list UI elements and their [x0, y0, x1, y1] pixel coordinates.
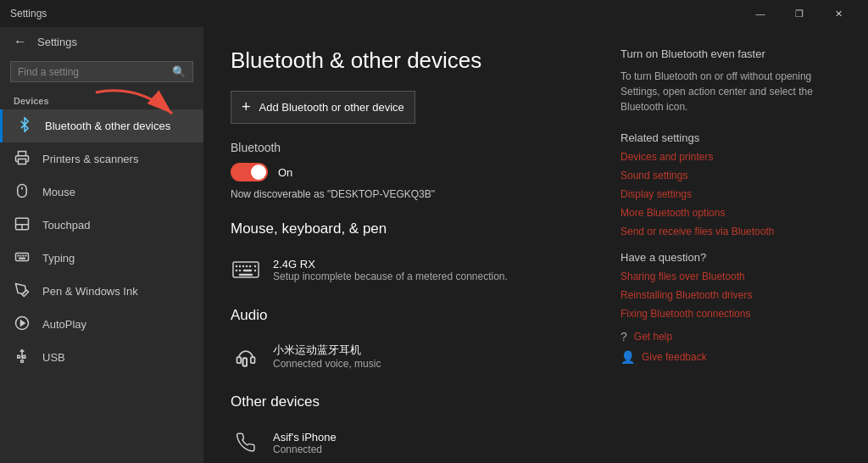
search-box[interactable]: 🔍	[10, 61, 193, 82]
related-link-3[interactable]: More Bluetooth options	[620, 207, 841, 219]
page-title: Bluetooth & other devices	[231, 47, 587, 74]
other-section: Other devices Asif's iPhone Connected	[231, 393, 587, 463]
feedback-icon: 👤	[620, 350, 635, 364]
related-link-4[interactable]: Send or receive files via Bluetooth	[620, 226, 841, 237]
back-button[interactable]: ← Settings	[0, 27, 203, 56]
related-link-1[interactable]: Sound settings	[620, 170, 841, 181]
sidebar-item-autoplay[interactable]: AutoPlay	[0, 308, 203, 341]
add-button-label: Add Bluetooth or other device	[259, 101, 404, 114]
sidebar-item-typing-label: Typing	[42, 252, 75, 265]
audio-device-status: Connected voice, music	[273, 358, 381, 370]
plus-icon: +	[242, 98, 251, 116]
svg-point-15	[21, 360, 24, 363]
question-link-0[interactable]: Sharing files over Bluetooth	[620, 271, 841, 282]
app-body: ← Settings 🔍 Devices Bluetooth & other d…	[0, 27, 868, 463]
sidebar-item-pen-label: Pen & Windows Ink	[42, 285, 138, 298]
svg-rect-29	[243, 358, 248, 365]
bluetooth-section-label: Bluetooth	[231, 141, 587, 154]
titlebar: Settings — ❐ ✕	[0, 0, 868, 27]
autoplay-icon	[14, 315, 31, 333]
sidebar-item-touchpad-label: Touchpad	[42, 219, 90, 232]
other-section-title: Other devices	[231, 393, 587, 410]
toggle-on-label: On	[278, 166, 292, 179]
close-button[interactable]: ✕	[819, 0, 858, 27]
bluetooth-icon	[16, 117, 33, 135]
sidebar-section-label: Devices	[0, 87, 203, 109]
audio-section-title: Audio	[231, 307, 587, 324]
main-content: Bluetooth & other devices + Add Bluetoot…	[203, 27, 868, 463]
svg-marker-14	[21, 321, 25, 326]
give-feedback-label: Give feedback	[642, 351, 707, 363]
bluetooth-toggle-row: On	[231, 163, 587, 181]
restore-button[interactable]: ❐	[780, 0, 819, 27]
get-help-item[interactable]: ? Get help	[620, 330, 841, 343]
mouse-device-status: Setup incomplete because of a metered co…	[273, 271, 508, 282]
headphone-icon	[231, 341, 261, 371]
sidebar-item-usb-label: USB	[42, 351, 65, 364]
mouse-device-info: 2.4G RX Setup incomplete because of a me…	[273, 258, 508, 282]
related-title: Related settings	[620, 131, 841, 144]
mouse-section-title: Mouse, keyboard, & pen	[231, 220, 587, 237]
question-link-1[interactable]: Reinstalling Bluetooth drivers	[620, 289, 841, 301]
other-device-name: Asif's iPhone	[273, 431, 337, 443]
bluetooth-section: Bluetooth On Now discoverable as "DESKTO…	[231, 141, 587, 200]
phone-icon	[231, 427, 261, 458]
minimize-button[interactable]: —	[741, 0, 780, 27]
search-icon: 🔍	[172, 65, 186, 78]
bluetooth-toggle[interactable]	[231, 163, 268, 181]
related-link-0[interactable]: Devices and printers	[620, 151, 841, 163]
related-link-2[interactable]: Display settings	[620, 188, 841, 200]
app-title: Settings	[10, 8, 741, 20]
svg-rect-1	[19, 159, 26, 165]
help-icon: ?	[620, 330, 627, 343]
question-title: Have a question?	[620, 251, 841, 264]
faster-desc: To turn Bluetooth on or off without open…	[620, 69, 841, 114]
sidebar-item-touchpad[interactable]: Touchpad	[0, 209, 203, 242]
sidebar-item-mouse[interactable]: Mouse	[0, 176, 203, 209]
discoverable-text: Now discoverable as "DESKTOP-VEGKQ3B"	[231, 188, 587, 200]
add-device-button[interactable]: + Add Bluetooth or other device	[231, 91, 415, 124]
right-panel: Turn on Bluetooth even faster To turn Bl…	[620, 47, 841, 443]
search-input[interactable]	[18, 66, 167, 78]
mouse-section: Mouse, keyboard, & pen	[231, 220, 587, 290]
sidebar-item-bluetooth-label: Bluetooth & other devices	[45, 120, 170, 132]
mouse-device-item: 2.4G RX Setup incomplete because of a me…	[231, 249, 587, 290]
audio-device-name: 小米运动蓝牙耳机	[273, 343, 381, 358]
sidebar-item-pen[interactable]: Pen & Windows Ink	[0, 275, 203, 308]
sidebar-item-bluetooth[interactable]: Bluetooth & other devices	[0, 109, 203, 142]
content-main: Bluetooth & other devices + Add Bluetoot…	[231, 47, 587, 443]
sidebar: ← Settings 🔍 Devices Bluetooth & other d…	[0, 27, 203, 463]
sidebar-item-autoplay-label: AutoPlay	[42, 318, 86, 331]
sidebar-item-printers[interactable]: Printers & scanners	[0, 142, 203, 176]
touchpad-icon	[14, 216, 31, 234]
audio-device-item: 小米运动蓝牙耳机 Connected voice, music	[231, 336, 587, 377]
window-controls: — ❐ ✕	[741, 0, 858, 27]
typing-icon	[14, 249, 31, 267]
faster-title: Turn on Bluetooth even faster	[620, 47, 841, 60]
question-link-2[interactable]: Fixing Bluetooth connections	[620, 308, 841, 320]
other-device-info: Asif's iPhone Connected	[273, 431, 337, 455]
mouse-icon	[14, 183, 31, 201]
keyboard-icon	[231, 254, 261, 285]
usb-icon	[14, 349, 31, 366]
other-device-item: Asif's iPhone Connected	[231, 422, 587, 463]
pen-icon	[14, 282, 31, 300]
settings-back-label: Settings	[37, 36, 77, 48]
sidebar-item-mouse-label: Mouse	[42, 186, 75, 198]
svg-rect-7	[16, 254, 29, 261]
printer-icon	[14, 150, 31, 168]
other-device-status: Connected	[273, 443, 337, 455]
sidebar-item-printers-label: Printers & scanners	[42, 153, 138, 165]
give-feedback-item[interactable]: 👤 Give feedback	[620, 350, 841, 364]
toggle-knob	[251, 165, 266, 180]
sidebar-item-usb[interactable]: USB	[0, 341, 203, 374]
audio-device-info: 小米运动蓝牙耳机 Connected voice, music	[273, 343, 381, 370]
svg-rect-2	[18, 185, 27, 198]
sidebar-item-typing[interactable]: Typing	[0, 242, 203, 275]
audio-section: Audio 小米运动蓝牙耳机 Connected voice, m	[231, 307, 587, 377]
mouse-device-name: 2.4G RX	[273, 258, 508, 271]
bottom-links: ? Get help 👤 Give feedback	[620, 330, 841, 364]
back-arrow-icon: ←	[14, 34, 27, 49]
get-help-label: Get help	[634, 331, 672, 343]
